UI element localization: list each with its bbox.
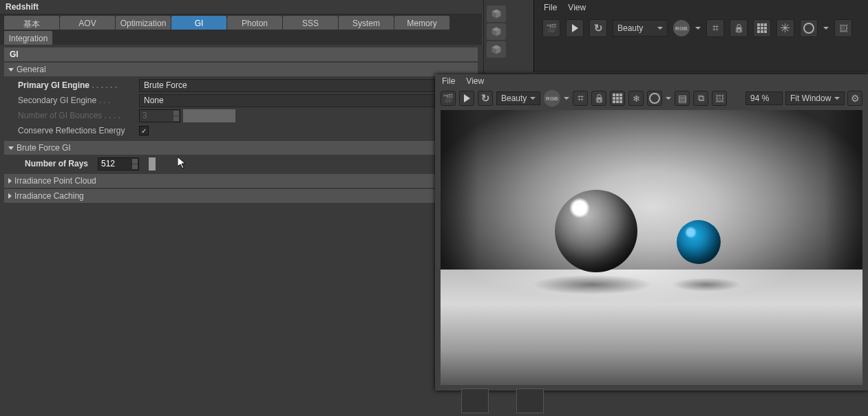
ring-icon[interactable] <box>647 91 662 106</box>
render-top-toolbar: Beauty RGB <box>534 15 868 41</box>
group-general-header[interactable]: General <box>4 63 478 76</box>
thumbnail[interactable] <box>516 388 544 413</box>
refresh-icon[interactable] <box>589 19 607 37</box>
copy-icon[interactable] <box>693 91 708 106</box>
crop-icon[interactable] <box>573 91 588 106</box>
rays-label: Number of Rays <box>8 159 98 168</box>
zoom-field[interactable]: 94 % <box>745 91 783 105</box>
tab-aov[interactable]: AOV <box>60 16 115 30</box>
crop-icon[interactable] <box>706 19 724 37</box>
chevron-down-icon[interactable] <box>666 97 671 100</box>
primary-gi-combo[interactable]: Brute Force <box>139 79 474 92</box>
cube-icon[interactable] <box>487 23 506 40</box>
image-icon[interactable] <box>834 19 852 37</box>
rays-slider[interactable] <box>142 157 474 171</box>
refresh-icon[interactable] <box>478 91 493 106</box>
menu-file[interactable]: File <box>544 3 557 12</box>
group-general-title: General <box>17 65 46 74</box>
grid-icon[interactable] <box>753 19 771 37</box>
group-ipc-header[interactable]: Irradiance Point Cloud <box>4 174 478 188</box>
cube-icon[interactable] <box>487 41 506 58</box>
grid-icon[interactable] <box>610 91 625 106</box>
image-icon[interactable] <box>712 91 727 106</box>
render-float-toolbar: Beauty RGB 94 % Fit Window <box>435 88 868 109</box>
secondary-gi-combo[interactable]: None <box>139 94 474 107</box>
object-toolbar <box>483 0 508 76</box>
thumbnail[interactable] <box>461 388 489 413</box>
lock-icon[interactable] <box>730 19 748 37</box>
tab-gi[interactable]: GI <box>171 16 226 30</box>
rendered-scene <box>441 110 862 385</box>
menu-view[interactable]: View <box>466 76 484 86</box>
panel-title: Redshift <box>0 0 482 14</box>
group-ipc-title: Irradiance Point Cloud <box>14 176 96 186</box>
render-view-top: File View Beauty RGB <box>533 0 868 72</box>
rgb-icon[interactable]: RGB <box>544 90 560 107</box>
section-gi-header: GI <box>4 47 478 61</box>
bounces-slider <box>183 109 474 122</box>
render-view-float: File View Beauty RGB 94 % Fit Window <box>435 74 868 391</box>
group-irradiance-caching: Irradiance Caching <box>4 189 478 203</box>
sphere-gray <box>555 190 637 272</box>
group-irradiance-point-cloud: Irradiance Point Cloud <box>4 174 478 188</box>
group-brute-force: Brute Force GI Number of Rays 512 <box>4 141 478 173</box>
group-ic-header[interactable]: Irradiance Caching <box>4 189 478 203</box>
snowflake-icon[interactable] <box>628 91 644 106</box>
tab-photon[interactable]: Photon <box>227 16 282 30</box>
bounces-field: 3 <box>139 109 180 122</box>
menu-file[interactable]: File <box>442 76 455 86</box>
render-viewport[interactable] <box>441 110 862 385</box>
conserve-checkbox[interactable]: ✓ <box>139 126 149 135</box>
tab-sss[interactable]: SSS <box>283 16 338 30</box>
primary-gi-label: Primary GI Engine . . . . . . <box>8 80 139 90</box>
tab-basic[interactable]: 基本 <box>4 16 59 30</box>
render-scene-icon[interactable] <box>542 19 560 37</box>
render-float-menu: File View <box>435 74 868 88</box>
collapse-icon <box>8 146 14 150</box>
bounces-label: Number of GI Bounces . . . . <box>8 111 139 120</box>
rays-field[interactable]: 512 <box>98 157 139 171</box>
group-ic-title: Irradiance Caching <box>14 191 84 201</box>
tab-system[interactable]: System <box>339 16 394 30</box>
gear-icon[interactable] <box>847 91 862 106</box>
secondary-gi-label: Secondary GI Engine . . . <box>8 96 139 105</box>
thumbnail-strip <box>461 388 544 416</box>
expand-icon <box>8 193 12 199</box>
chevron-down-icon[interactable] <box>564 97 569 100</box>
render-top-menu: File View <box>534 0 868 15</box>
pass-dropdown[interactable]: Beauty <box>496 91 540 105</box>
collapse-icon <box>8 68 14 72</box>
render-scene-icon[interactable] <box>441 91 456 106</box>
sphere-blue <box>677 220 721 264</box>
cube-icon[interactable] <box>487 6 506 22</box>
pass-dropdown[interactable]: Beauty <box>613 20 668 36</box>
layers-icon[interactable] <box>675 91 690 106</box>
group-brute-force-title: Brute Force GI <box>17 143 71 153</box>
fit-dropdown[interactable]: Fit Window <box>785 91 845 105</box>
expand-icon <box>8 178 12 184</box>
conserve-label: Conserve Reflections Energy <box>8 126 139 135</box>
play-button[interactable] <box>459 91 474 106</box>
rgb-icon[interactable]: RGB <box>673 20 690 36</box>
group-brute-force-header[interactable]: Brute Force GI <box>4 141 478 155</box>
tabs-row-1: 基本 AOV Optimization GI Photon SSS System… <box>0 14 482 45</box>
ring-icon[interactable] <box>800 19 818 37</box>
menu-view[interactable]: View <box>568 3 586 12</box>
tab-memory[interactable]: Memory <box>394 16 449 30</box>
tab-optimization[interactable]: Optimization <box>116 16 171 30</box>
lock-icon[interactable] <box>591 91 606 106</box>
chevron-down-icon[interactable] <box>823 27 829 30</box>
group-general: General Primary GI Engine . . . . . . Br… <box>4 63 478 140</box>
chevron-down-icon[interactable] <box>695 27 701 30</box>
tab-integration[interactable]: Integration <box>4 31 52 45</box>
sun-icon[interactable] <box>776 19 794 37</box>
play-button[interactable] <box>566 19 584 37</box>
redshift-settings-panel: Redshift 基本 AOV Optimization GI Photon S… <box>0 0 482 416</box>
